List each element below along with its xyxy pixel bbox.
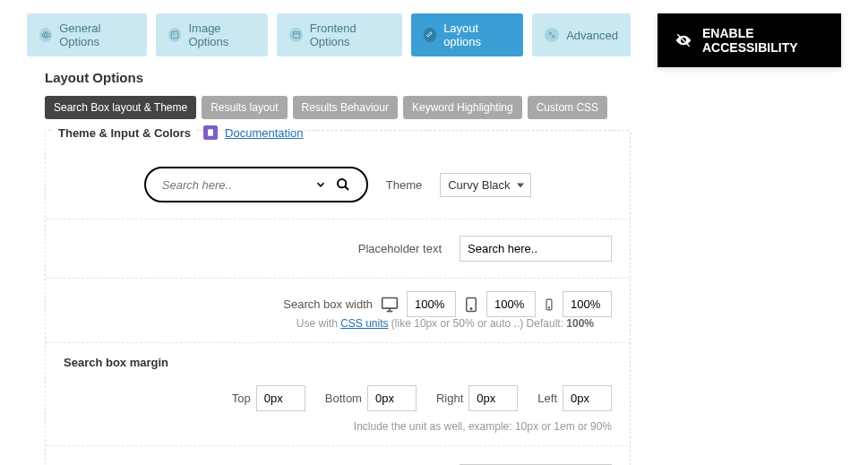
- theme-select[interactable]: Curvy Black: [440, 173, 531, 197]
- theme-row: Theme Curvy Black: [46, 151, 630, 220]
- image-icon: [168, 28, 181, 42]
- subtab-search-box-layout[interactable]: Search Box layout & Theme: [45, 96, 196, 119]
- svg-point-1: [173, 33, 175, 35]
- svg-point-15: [548, 306, 549, 307]
- search-icon[interactable]: [336, 177, 350, 192]
- width-row: Search box width: [64, 291, 612, 317]
- phone-icon: [543, 296, 555, 314]
- width-desktop-input[interactable]: [407, 291, 456, 317]
- svg-point-7: [338, 179, 346, 187]
- tab-label: Advanced: [566, 29, 618, 42]
- width-label: Search box width: [283, 297, 373, 311]
- css-units-link[interactable]: CSS units: [340, 317, 388, 330]
- margin-left-label: Left: [537, 392, 557, 405]
- placeholder-row: Placeholder text: [46, 220, 630, 279]
- subsection-header: Theme & Input & Colors Documentation: [46, 124, 630, 151]
- tab-advanced[interactable]: Advanced: [532, 13, 631, 56]
- tab-label: Frontend Options: [310, 22, 390, 48]
- nav-tabs: General Options Image Options Frontend O…: [27, 13, 631, 56]
- subtab-results-behaviour[interactable]: Results Behaviour: [293, 96, 398, 119]
- tab-general-options[interactable]: General Options: [27, 13, 147, 56]
- margin-bottom-input[interactable]: [367, 385, 417, 411]
- margin-helper: Include the unit as well, example: 10px …: [64, 411, 612, 433]
- font-section: Search plugin Font Family The Font Famil…: [46, 446, 630, 465]
- documentation-link[interactable]: Documentation: [225, 126, 303, 140]
- subtab-results-layout[interactable]: Results layout: [202, 96, 287, 119]
- svg-rect-6: [208, 129, 213, 136]
- margin-title: Search box margin: [64, 356, 612, 369]
- tab-label: Image Options: [188, 22, 255, 48]
- svg-rect-9: [382, 297, 398, 308]
- chevron-down-icon[interactable]: [314, 178, 327, 191]
- margin-right-input[interactable]: [468, 385, 518, 411]
- width-tablet-input[interactable]: [486, 291, 536, 317]
- margin-right-label: Right: [436, 392, 463, 405]
- cogs-icon: [545, 28, 559, 42]
- side-panel: ENABLE ACCESSIBILITY: [657, 13, 841, 465]
- tab-frontend-options[interactable]: Frontend Options: [277, 13, 401, 56]
- theme-label: Theme: [386, 178, 422, 192]
- tab-label: General Options: [59, 22, 134, 48]
- width-helper: Use with CSS units (like 10px or 50% or …: [64, 317, 612, 342]
- tablet-icon: [463, 296, 479, 314]
- subtab-keyword-highlighting[interactable]: Keyword Highlighting: [403, 96, 522, 119]
- enable-accessibility-button[interactable]: ENABLE ACCESSIBILITY: [657, 13, 841, 67]
- subsection-title: Theme & Input & Colors: [53, 126, 196, 140]
- placeholder-input[interactable]: [460, 236, 612, 262]
- width-phone-input[interactable]: [563, 291, 612, 317]
- margin-bottom-label: Bottom: [325, 392, 362, 405]
- main-panel: General Options Image Options Frontend O…: [27, 13, 631, 465]
- svg-point-13: [470, 307, 472, 309]
- svg-rect-0: [172, 31, 179, 39]
- svg-line-8: [345, 186, 348, 190]
- sub-tabs: Search Box layout & Theme Results layout…: [45, 96, 631, 119]
- section-title: Layout Options: [45, 70, 631, 85]
- content-box: Theme & Input & Colors Documentation The…: [45, 130, 631, 465]
- desktop-icon: [380, 296, 400, 314]
- search-preview-input[interactable]: [162, 178, 314, 192]
- doc-icon: [203, 125, 218, 140]
- margin-section: Search box margin Top Bottom Right Left …: [46, 343, 630, 446]
- placeholder-label: Placeholder text: [358, 242, 442, 255]
- brush-icon: [424, 28, 436, 42]
- tab-image-options[interactable]: Image Options: [156, 13, 268, 56]
- gear-icon: [39, 28, 52, 42]
- accessibility-label: ENABLE ACCESSIBILITY: [702, 26, 825, 55]
- svg-point-5: [553, 35, 555, 38]
- window-icon: [289, 28, 302, 42]
- margin-top-label: Top: [232, 392, 251, 405]
- margin-top-input[interactable]: [256, 385, 305, 411]
- tab-label: Layout options: [443, 22, 511, 48]
- svg-point-4: [549, 32, 552, 35]
- svg-rect-2: [293, 32, 300, 39]
- margin-left-input[interactable]: [563, 385, 612, 411]
- accessibility-icon: [674, 32, 693, 48]
- search-preview: [144, 167, 368, 202]
- subtab-custom-css[interactable]: Custom CSS: [528, 96, 607, 119]
- tab-layout-options[interactable]: Layout options: [411, 13, 523, 56]
